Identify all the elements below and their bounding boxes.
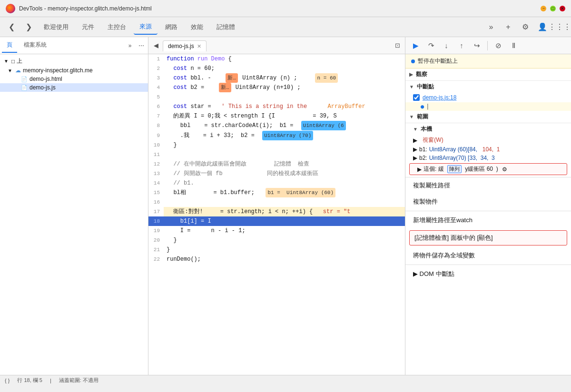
sidebar-tab-page[interactable]: 頁 — [2, 38, 17, 53]
copy-object-item[interactable]: 複製物件 — [405, 194, 571, 210]
code-line-18: 18 b1[i] = I — [148, 216, 405, 226]
step-button[interactable]: ↪ — [470, 39, 483, 52]
watch-section: ▶ 觀察 — [405, 69, 571, 81]
tab-sources[interactable]: 來源 — [134, 20, 158, 35]
sidebar-more-button[interactable]: » — [125, 41, 135, 50]
sidebar-tab-filesystem[interactable]: 檔案系統 — [19, 38, 51, 53]
code-line-9: 9 .我 = i + 33; b2 = Uint8Array (70) — [148, 131, 405, 140]
scope-b2-val: Uint8Array(70) [33, 34, 3 — [429, 155, 495, 161]
this-array-badge: 陣列 — [447, 165, 462, 173]
resume-button[interactable]: ▶ — [409, 39, 423, 52]
tab-network[interactable]: 網路 — [159, 20, 183, 34]
editor-nav-back[interactable]: ◀ — [150, 40, 162, 51]
chevron-right-icon: ▶ — [413, 137, 417, 144]
chevron-down-icon: ▼ — [8, 68, 13, 73]
scope-section: ▼ 範圍 — [405, 111, 571, 123]
tab-expand-button[interactable]: ⊡ — [392, 40, 403, 51]
code-line-8: 8 bbl = str.charCodeAt(i); b1 = Uint8Arr… — [148, 121, 405, 130]
code-line-17: 17 衛區:對對! = str.length; i < n; ++i) { st… — [148, 207, 405, 216]
tree-item-label: demo-js.html — [30, 76, 62, 82]
sidebar-tabs: 頁 檔案系統 » ⋯ — [0, 37, 148, 54]
settings-button[interactable]: ⚙ — [518, 20, 533, 35]
add-tab-button[interactable]: + — [501, 20, 516, 35]
chevron-down-icon: ▼ — [4, 59, 10, 64]
tab-elements[interactable]: 元件 — [76, 20, 100, 34]
chevron-down-icon: ▼ — [409, 114, 414, 119]
breakpoints-header[interactable]: ▼ 中斷點 — [405, 81, 571, 93]
breakpoints-label: 中斷點 — [417, 83, 434, 91]
debug-toolbar: ▶ ↷ ↓ ↑ ↪ ⊘ Ⅱ — [405, 37, 571, 54]
code-line-16: 16 — [148, 197, 405, 207]
tab-welcome[interactable]: 歡迎使用 — [38, 20, 74, 34]
breakpoint-file[interactable]: demo-js.js:18 — [423, 94, 456, 101]
code-line-12: 12 // 在中開啟此緩衝區會開啟 記憶體 檢查 — [148, 159, 405, 169]
code-line-6: 6 cost star = ' This is a string in the … — [148, 102, 405, 111]
maximize-button[interactable]: □ — [550, 6, 556, 11]
context-menu: 複製屬性路徑 複製物件 新增屬性路徑至watch [記憶體檢查] 面板中的 [顯… — [405, 177, 571, 282]
chevron-down-icon: ▼ — [413, 127, 418, 132]
code-line-5: 5 — [148, 92, 405, 102]
tab-console[interactable]: 主控台 — [102, 20, 132, 34]
copy-property-path-item[interactable]: 複製屬性路徑 — [405, 177, 571, 194]
store-global-item[interactable]: 將物件儲存為全域變數 — [405, 247, 571, 264]
close-button[interactable]: ✕ — [560, 6, 565, 11]
tree-item-js[interactable]: 📄 demo-js.js — [0, 83, 148, 92]
folder-icon: □ — [11, 58, 15, 65]
main-container: 頁 檔案系統 » ⋯ ▼ □ 上 ▼ ☁ memory-inspector.gl… — [0, 37, 571, 375]
file-icon: 📄 — [21, 85, 28, 91]
step-over-button[interactable]: ↷ — [424, 39, 438, 52]
nav-back-button[interactable]: ❮ — [4, 20, 19, 35]
tab-memory[interactable]: 記憶體 — [211, 20, 241, 34]
tab-close-icon[interactable]: ✕ — [197, 43, 201, 49]
menu-item-label: 新增屬性路徑至watch — [413, 216, 473, 225]
pause-on-exceptions-button[interactable]: Ⅱ — [507, 39, 520, 52]
code-line-10: 10 } — [148, 140, 405, 150]
step-out-button[interactable]: ↑ — [455, 39, 468, 52]
deactivate-breakpoints-button[interactable]: ⊘ — [492, 39, 505, 52]
scope-window-item: ▶ 視窗(W) — [405, 135, 571, 145]
add-to-watch-item[interactable]: 新增屬性路徑至watch — [405, 212, 571, 228]
code-line-11: 11 — [148, 150, 405, 159]
memory-inspect-item[interactable]: [記憶體檢查] 面板中的 [顯色] — [409, 230, 567, 245]
tree-item-html[interactable]: 📄 demo-js.html — [0, 75, 148, 83]
tree-item-label: memory-inspector.glitch.me — [23, 67, 93, 74]
dom-breakpoints-item[interactable]: ▶ DOM 中斷點 — [405, 266, 571, 282]
chevron-right-icon: ▶ — [409, 72, 413, 77]
gear-icon[interactable]: ⚙ — [502, 166, 507, 173]
menu-item-label: 複製屬性路徑 — [413, 181, 450, 190]
more-menu-button[interactable]: ⋮⋮⋮ — [552, 20, 567, 35]
scope-header[interactable]: ▼ 範圍 — [405, 111, 571, 123]
watch-label: 觀察 — [416, 70, 427, 78]
navbar: ❮ ❯ 歡迎使用 元件 主控台 來源 網路 效能 記憶體 » + ⚙ 👤 ⋮⋮⋮ — [0, 17, 571, 37]
editor-tab-demo-js[interactable]: demo-js.js ✕ — [163, 40, 207, 51]
scope-item-key — [419, 137, 421, 144]
scope-label: 範圍 — [417, 113, 428, 121]
file-icon: 📄 — [21, 76, 28, 82]
breakpoint-checkbox[interactable] — [413, 94, 420, 101]
local-header[interactable]: ▼ 本機 — [405, 123, 571, 135]
code-line-13: 13 // 與開啟一個 fb 同的檢視成本緩衝區 — [148, 169, 405, 178]
scope-item-val: 視窗(W) — [423, 136, 443, 144]
menu-divider-2 — [405, 265, 571, 265]
step-into-button[interactable]: ↓ — [440, 39, 453, 52]
minimize-button[interactable]: － — [541, 6, 546, 11]
scope-b1-key: b1: — [419, 146, 427, 153]
app-icon — [6, 4, 15, 13]
menu-item-label: ▶ DOM 中斷點 — [413, 270, 454, 278]
code-line-19: 19 I = n - i - 1; — [148, 226, 405, 235]
code-line-7: 7 的差異 I = 0;我 < strength I {I = 39, S — [148, 111, 405, 121]
tree-item-root[interactable]: ▼ □ 上 — [0, 56, 148, 66]
more-tabs-button[interactable]: » — [483, 20, 499, 35]
tree-item-host[interactable]: ▼ ☁ memory-inspector.glitch.me — [0, 66, 148, 75]
sidebar-options-button[interactable]: ⋯ — [137, 41, 146, 50]
statusbar: { } 行 18, 欄 5 | 涵蓋範圍: 不適用 — [0, 375, 571, 385]
menu-item-label: 將物件儲存為全域變數 — [413, 251, 475, 260]
code-editor[interactable]: 1 function run Demo { 2 cost n = 60; 3 c… — [148, 54, 405, 375]
scope-b2-key: b2: — [419, 155, 427, 161]
watch-header[interactable]: ▶ 觀察 — [405, 69, 571, 80]
tab-performance[interactable]: 效能 — [185, 20, 209, 34]
nav-forward-button[interactable]: ❯ — [21, 20, 36, 35]
editor-area: ◀ demo-js.js ✕ ⊡ 1 function run Demo { 2… — [148, 37, 405, 375]
code-line-2: 2 cost n = 60; — [148, 64, 405, 73]
right-panel-content: 暫停在中斷點上 ▶ 觀察 ▼ 中斷點 demo-js.js:18 — [405, 54, 571, 375]
